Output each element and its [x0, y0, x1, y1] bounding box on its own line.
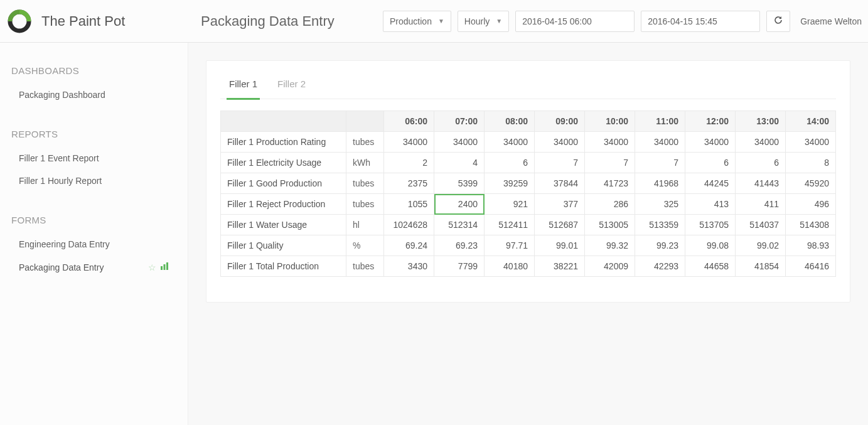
sidebar-item[interactable]: Packaging Dashboard [0, 83, 188, 106]
data-cell[interactable]: 7799 [434, 256, 485, 277]
data-cell[interactable]: 8 [786, 153, 836, 173]
data-cell[interactable]: 44658 [685, 256, 736, 277]
data-cell[interactable]: 38221 [535, 256, 585, 277]
data-cell[interactable]: 97.71 [485, 235, 535, 256]
data-cell[interactable]: 34000 [485, 132, 535, 153]
data-cell[interactable]: 41968 [635, 173, 685, 194]
svg-rect-3 [166, 262, 168, 270]
data-cell[interactable]: 513705 [685, 215, 736, 235]
data-cell[interactable]: 34000 [585, 132, 635, 153]
data-cell[interactable]: 514308 [786, 215, 836, 235]
data-cell[interactable]: 46416 [786, 256, 836, 277]
svg-rect-1 [161, 266, 163, 270]
data-cell[interactable]: 513359 [635, 215, 685, 235]
data-cell[interactable]: 2375 [384, 173, 434, 194]
row-label: Filler 1 Total Production [221, 256, 346, 277]
data-cell[interactable]: 99.08 [685, 235, 736, 256]
data-cell[interactable]: 2400 [434, 194, 485, 215]
data-cell[interactable]: 325 [635, 194, 685, 215]
data-cell[interactable]: 512411 [485, 215, 535, 235]
row-label: Filler 1 Good Production [221, 173, 346, 194]
data-cell[interactable]: 4 [434, 153, 485, 173]
data-cell[interactable]: 34000 [786, 132, 836, 153]
sidebar: DASHBOARDSPackaging DashboardREPORTSFill… [0, 43, 188, 425]
interval-select[interactable]: Hourly ▼ [458, 11, 509, 32]
view-select-value: Production [390, 16, 432, 26]
data-cell[interactable]: 7 [535, 153, 585, 173]
data-cell[interactable]: 42009 [585, 256, 635, 277]
table-row: Filler 1 Quality%69.2469.2397.7199.0199.… [221, 235, 836, 256]
row-unit: % [346, 235, 384, 256]
sidebar-item[interactable]: Filler 1 Event Report [0, 147, 188, 169]
data-cell[interactable]: 5399 [434, 173, 485, 194]
data-cell[interactable]: 34000 [736, 132, 786, 153]
data-cell[interactable]: 1024628 [384, 215, 434, 235]
table-row: Filler 1 Electricity UsagekWh246777668 [221, 153, 836, 173]
data-cell[interactable]: 7 [585, 153, 635, 173]
sidebar-item[interactable]: Engineering Data Entry [0, 233, 188, 256]
data-cell[interactable]: 377 [535, 194, 585, 215]
column-header: 14:00 [786, 111, 836, 132]
data-cell[interactable]: 7 [635, 153, 685, 173]
column-header: 13:00 [736, 111, 786, 132]
star-icon[interactable]: ☆ [148, 262, 156, 272]
data-cell[interactable]: 37844 [535, 173, 585, 194]
data-cell[interactable]: 512687 [535, 215, 585, 235]
column-header: 09:00 [535, 111, 585, 132]
layout: DASHBOARDSPackaging DashboardREPORTSFill… [0, 43, 868, 425]
data-cell[interactable]: 99.01 [535, 235, 585, 256]
tabs: Filler 1Filler 2 [220, 72, 836, 99]
bar-chart-icon[interactable] [160, 262, 169, 272]
data-cell[interactable]: 41443 [736, 173, 786, 194]
interval-select-value: Hourly [464, 16, 490, 26]
data-cell[interactable]: 6 [485, 153, 535, 173]
sidebar-item[interactable]: Packaging Data Entry☆ [0, 256, 188, 279]
from-datetime-input[interactable]: 2016-04-15 06:00 [515, 11, 635, 32]
user-name[interactable]: Graeme Welton [796, 16, 862, 26]
row-label: Filler 1 Production Rating [221, 132, 346, 153]
data-cell[interactable]: 6 [736, 153, 786, 173]
data-cell[interactable]: 41854 [736, 256, 786, 277]
data-cell[interactable]: 411 [736, 194, 786, 215]
data-cell[interactable]: 45920 [786, 173, 836, 194]
table-row: Filler 1 Water Usagehl102462851231451241… [221, 215, 836, 235]
data-cell[interactable]: 39259 [485, 173, 535, 194]
data-cell[interactable]: 69.24 [384, 235, 434, 256]
data-cell[interactable]: 42293 [635, 256, 685, 277]
data-cell[interactable]: 44245 [685, 173, 736, 194]
data-cell[interactable]: 921 [485, 194, 535, 215]
data-cell[interactable]: 34000 [434, 132, 485, 153]
data-cell[interactable]: 6 [685, 153, 736, 173]
data-cell[interactable]: 98.93 [786, 235, 836, 256]
sidebar-item[interactable]: Filler 1 Hourly Report [0, 169, 188, 192]
refresh-button[interactable] [766, 11, 790, 32]
column-header: 06:00 [384, 111, 434, 132]
row-unit: tubes [346, 173, 384, 194]
tab[interactable]: Filler 2 [275, 72, 308, 100]
data-cell[interactable]: 413 [685, 194, 736, 215]
data-cell[interactable]: 1055 [384, 194, 434, 215]
data-cell[interactable]: 99.23 [635, 235, 685, 256]
sidebar-section: DASHBOARDSPackaging Dashboard [0, 62, 188, 106]
data-cell[interactable]: 99.02 [736, 235, 786, 256]
data-cell[interactable]: 513005 [585, 215, 635, 235]
tab[interactable]: Filler 1 [227, 72, 260, 100]
data-cell[interactable]: 69.23 [434, 235, 485, 256]
to-datetime-input[interactable]: 2016-04-15 15:45 [641, 11, 760, 32]
data-cell[interactable]: 2 [384, 153, 434, 173]
data-cell[interactable]: 99.32 [585, 235, 635, 256]
data-cell[interactable]: 41723 [585, 173, 635, 194]
data-cell[interactable]: 34000 [635, 132, 685, 153]
view-select[interactable]: Production ▼ [383, 11, 451, 32]
data-cell[interactable]: 496 [786, 194, 836, 215]
data-cell[interactable]: 512314 [434, 215, 485, 235]
sidebar-item-icons: ☆ [148, 262, 169, 272]
data-cell[interactable]: 3430 [384, 256, 434, 277]
data-cell[interactable]: 34000 [685, 132, 736, 153]
sidebar-section: FORMSEngineering Data EntryPackaging Dat… [0, 211, 188, 279]
data-cell[interactable]: 514037 [736, 215, 786, 235]
data-cell[interactable]: 40180 [485, 256, 535, 277]
data-cell[interactable]: 286 [585, 194, 635, 215]
data-cell[interactable]: 34000 [535, 132, 585, 153]
data-cell[interactable]: 34000 [384, 132, 434, 153]
